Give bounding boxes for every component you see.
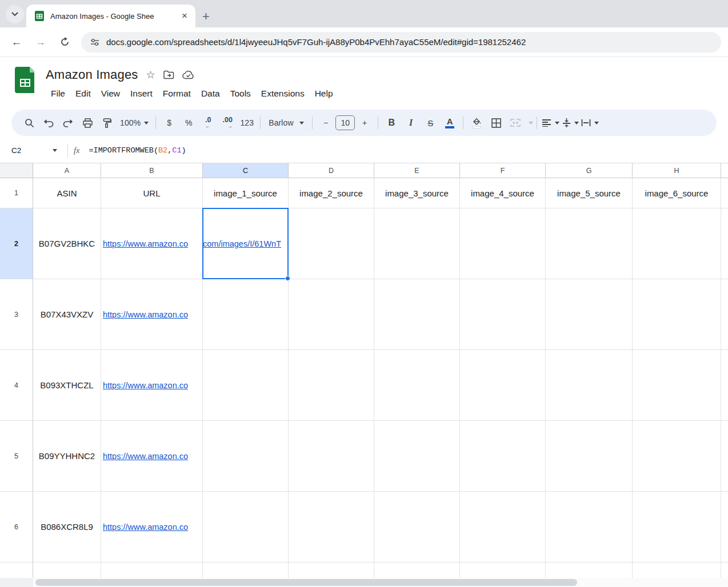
menu-edit[interactable]: Edit bbox=[70, 87, 96, 100]
cell[interactable]: B07GV2BHKC bbox=[33, 208, 101, 279]
cell[interactable] bbox=[374, 350, 460, 421]
column-header-B[interactable]: B bbox=[101, 163, 203, 178]
menu-view[interactable]: View bbox=[96, 87, 125, 100]
star-icon[interactable]: ☆ bbox=[146, 69, 155, 81]
format-currency-button[interactable]: $ bbox=[161, 114, 178, 131]
name-box-caret-icon[interactable] bbox=[53, 149, 57, 152]
cell[interactable]: https://www.amazon.co bbox=[101, 279, 203, 350]
cell[interactable] bbox=[289, 492, 374, 562]
cell[interactable]: image_3_source bbox=[374, 178, 460, 208]
row-header-3[interactable]: 3 bbox=[0, 279, 33, 350]
column-header-I[interactable]: I bbox=[721, 163, 728, 178]
document-title[interactable]: Amazon Images bbox=[46, 67, 138, 82]
forward-icon[interactable]: → bbox=[31, 33, 50, 52]
undo-icon[interactable] bbox=[40, 114, 57, 131]
cell[interactable] bbox=[633, 421, 721, 492]
menu-file[interactable]: File bbox=[46, 87, 70, 100]
cell[interactable]: https://www.amazon.co bbox=[101, 350, 203, 421]
cell[interactable]: image_4_source bbox=[460, 178, 546, 208]
cell[interactable] bbox=[460, 421, 546, 492]
font-family-select[interactable]: Barlow bbox=[265, 114, 307, 131]
cell-link[interactable]: https://www.amazon.co bbox=[103, 522, 188, 532]
cell[interactable]: https://www.amazon.co bbox=[101, 492, 203, 562]
browser-tab[interactable]: Amazon Images - Google Shee × bbox=[26, 5, 195, 27]
cell[interactable] bbox=[374, 492, 460, 562]
cell-link[interactable]: https://www.amazon.co bbox=[103, 381, 188, 390]
new-tab-button[interactable]: + bbox=[202, 10, 210, 23]
cell[interactable]: https://www.amazon.co bbox=[101, 421, 203, 492]
vertical-align-button[interactable] bbox=[562, 114, 579, 131]
menu-help[interactable]: Help bbox=[310, 87, 338, 100]
cell[interactable] bbox=[460, 279, 546, 350]
text-color-button[interactable]: A bbox=[441, 114, 458, 131]
cell[interactable]: B07X43VXZV bbox=[33, 279, 101, 350]
cell[interactable]: image_1_source bbox=[203, 178, 289, 208]
fill-color-button[interactable] bbox=[468, 114, 485, 131]
redo-icon[interactable] bbox=[59, 114, 77, 131]
cell[interactable] bbox=[289, 208, 374, 279]
cell[interactable] bbox=[633, 279, 721, 350]
row-header-6[interactable]: 6 bbox=[0, 492, 33, 562]
font-size-input[interactable]: 10 bbox=[335, 115, 355, 130]
decrease-font-size-button[interactable]: − bbox=[317, 114, 334, 131]
more-formats-button[interactable]: 123 bbox=[238, 114, 255, 131]
cell[interactable] bbox=[203, 492, 289, 562]
cell[interactable] bbox=[546, 492, 633, 562]
cell-link[interactable]: https://www.amazon.co bbox=[103, 310, 188, 319]
cell[interactable] bbox=[460, 492, 546, 562]
cell[interactable] bbox=[546, 421, 633, 492]
menu-data[interactable]: Data bbox=[196, 87, 225, 100]
cell[interactable] bbox=[721, 208, 728, 279]
cell[interactable] bbox=[374, 421, 460, 492]
cell[interactable] bbox=[289, 421, 374, 492]
column-header-E[interactable]: E bbox=[374, 163, 460, 178]
cell[interactable] bbox=[289, 279, 374, 350]
cell[interactable] bbox=[633, 492, 721, 562]
menu-format[interactable]: Format bbox=[158, 87, 196, 100]
strikethrough-button[interactable]: S bbox=[422, 114, 439, 131]
zoom-select[interactable]: 100% bbox=[118, 114, 151, 131]
select-all-corner[interactable] bbox=[0, 163, 33, 178]
move-folder-icon[interactable] bbox=[163, 70, 174, 79]
cell[interactable] bbox=[721, 178, 728, 208]
site-info-icon[interactable] bbox=[90, 38, 99, 47]
cell[interactable]: https://www.amazon.co bbox=[101, 208, 203, 279]
search-icon[interactable] bbox=[21, 114, 38, 131]
scrollbar-thumb[interactable] bbox=[35, 579, 577, 586]
column-header-G[interactable]: G bbox=[546, 163, 633, 178]
cell[interactable]: B093XTHCZL bbox=[33, 350, 101, 421]
cell[interactable] bbox=[633, 208, 721, 279]
cell[interactable] bbox=[546, 208, 633, 279]
column-header-D[interactable]: D bbox=[289, 163, 374, 178]
formula-input[interactable]: =IMPORTFROMWEB(B2,C1) bbox=[89, 146, 186, 155]
reload-icon[interactable] bbox=[55, 33, 74, 52]
cell[interactable]: ASIN bbox=[33, 178, 101, 208]
increase-decimals-button[interactable]: .00→ bbox=[219, 114, 236, 131]
column-header-A[interactable]: A bbox=[33, 163, 101, 178]
back-icon[interactable]: ← bbox=[7, 33, 26, 52]
cell[interactable] bbox=[289, 350, 374, 421]
cell[interactable]: image_5_source bbox=[546, 178, 633, 208]
cell[interactable] bbox=[203, 421, 289, 492]
italic-button[interactable]: I bbox=[402, 114, 419, 131]
cell-link[interactable]: https://www.amazon.co bbox=[103, 239, 188, 248]
cell[interactable] bbox=[721, 350, 728, 421]
cell[interactable] bbox=[374, 208, 460, 279]
cell[interactable]: image_6_source bbox=[633, 178, 721, 208]
horizontal-align-button[interactable] bbox=[542, 114, 559, 131]
menu-extensions[interactable]: Extensions bbox=[256, 87, 310, 100]
menu-insert[interactable]: Insert bbox=[125, 87, 158, 100]
tab-search-button[interactable] bbox=[6, 5, 24, 23]
format-percent-button[interactable]: % bbox=[180, 114, 197, 131]
cell[interactable] bbox=[721, 279, 728, 350]
cell[interactable] bbox=[546, 350, 633, 421]
column-header-H[interactable]: H bbox=[633, 163, 721, 178]
cell[interactable] bbox=[374, 279, 460, 350]
name-box[interactable]: C2 bbox=[7, 146, 62, 155]
column-header-C[interactable]: C bbox=[203, 163, 289, 178]
bold-button[interactable]: B bbox=[383, 114, 400, 131]
row-header-2[interactable]: 2 bbox=[0, 208, 33, 279]
fill-handle[interactable] bbox=[285, 276, 290, 281]
paint-format-icon[interactable] bbox=[98, 114, 115, 131]
scrollbar-track[interactable] bbox=[33, 578, 728, 587]
